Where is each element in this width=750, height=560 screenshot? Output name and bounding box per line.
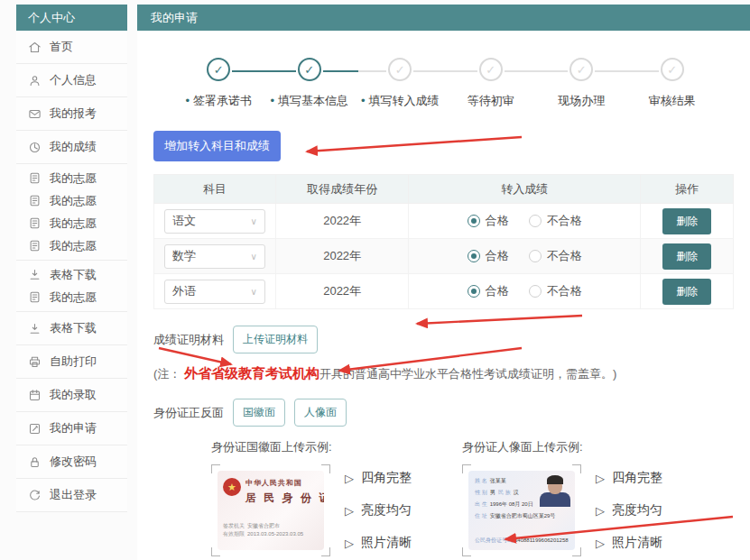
year-cell: 2022年 <box>275 239 409 274</box>
step-onsite-handling: ✓ 现场办理 <box>536 58 627 109</box>
content-body: ✓ •签署承诺书 ✓ •填写基本信息 ✓ •填写转入成绩 ✓ 等待初审 ✓ <box>137 58 750 560</box>
triangle-icon: ▷ <box>596 504 605 518</box>
radio-unselected-icon <box>529 285 542 298</box>
idcard-row: 身份证正反面 国徽面 人像面 <box>153 399 734 427</box>
sidebar-item-logout[interactable]: 退出登录 <box>16 479 127 512</box>
sidebar-item-change-password[interactable]: 修改密码 <box>16 445 127 479</box>
card-country-text: 中华人民共和国 <box>245 478 324 488</box>
radio-pass[interactable]: 合格 <box>468 248 509 264</box>
portrait-example-title: 身份证人像面上传示例: <box>462 439 726 455</box>
table-row: 数学∨ 2022年 合格 不合格 删除 <box>154 239 734 274</box>
step-sign-pledge: ✓ •签署承诺书 <box>173 58 264 109</box>
upload-proof-button[interactable]: 上传证明材料 <box>233 326 318 353</box>
step-bullet: • <box>361 94 366 107</box>
radio-fail[interactable]: 不合格 <box>529 248 582 264</box>
add-subject-button[interactable]: 增加转入科目和成绩 <box>153 131 281 161</box>
triangle-icon: ▷ <box>345 504 354 518</box>
sidebar-item-label: 个人信息 <box>50 72 97 88</box>
check-item: ▷四角完整 <box>345 470 412 486</box>
sidebar-item-label: 首页 <box>50 39 73 55</box>
chevron-down-icon: ∨ <box>251 287 257 297</box>
delete-button[interactable]: 删除 <box>662 279 711 305</box>
delete-button[interactable]: 删除 <box>662 208 711 234</box>
step-label: 现场办理 <box>558 93 605 109</box>
printer-icon <box>28 355 42 369</box>
calendar-icon <box>28 389 42 402</box>
sidebar-item-volunteer-1[interactable]: 我的志愿 <box>16 167 127 189</box>
radio-fail[interactable]: 不合格 <box>529 213 582 229</box>
sidebar-item-profile[interactable]: 个人信息 <box>16 64 127 97</box>
radio-pass[interactable]: 合格 <box>468 283 509 299</box>
sidebar-item-volunteer-2[interactable]: 我的志愿 <box>16 189 127 212</box>
stepper: ✓ •签署承诺书 ✓ •填写基本信息 ✓ •填写转入成绩 ✓ 等待初审 ✓ <box>173 58 718 109</box>
delete-button[interactable]: 删除 <box>662 243 711 270</box>
chevron-down-icon: ∨ <box>251 252 257 262</box>
emblem-card-frame: ★ 中华人民共和国 居 民 身 份 证 签发机关安徽省合肥市 有效期限2013.… <box>211 464 330 556</box>
emblem-example-column: 身份证国徽面上传示例: ★ 中华人民共和国 居 民 身 份 证 <box>211 439 475 556</box>
doc-icon <box>28 290 42 304</box>
sidebar-item-form-download-2[interactable]: 表格下载 <box>16 312 127 345</box>
sidebar-item-registration[interactable]: 我的报考 <box>16 97 127 131</box>
col-header-score: 转入成绩 <box>409 175 641 204</box>
sidebar-item-label: 修改密码 <box>50 454 97 470</box>
sidebar-item-label: 我的志愿 <box>50 170 97 187</box>
doc-icon <box>28 239 42 252</box>
radio-fail[interactable]: 不合格 <box>529 283 582 299</box>
idcard-label: 身份证正反面 <box>153 405 224 421</box>
sidebar-item-label: 我的成绩 <box>50 139 97 155</box>
radio-selected-icon <box>468 285 480 298</box>
check-item: ▷亮度均匀 <box>345 502 412 519</box>
sidebar-item-volunteer-4[interactable]: 我的志愿 <box>16 234 127 257</box>
note-text: (注： 外省省级教育考试机构开具的普通高中学业水平合格性考试成绩证明，需盖章。) <box>153 365 734 382</box>
doc-icon <box>28 194 42 207</box>
lock-icon <box>28 455 42 469</box>
step-bullet: • <box>270 94 274 107</box>
idcard-emblem-image: ★ 中华人民共和国 居 民 身 份 证 签发机关安徽省合肥市 有效期限2013.… <box>218 471 324 550</box>
portrait-side-button[interactable]: 人像面 <box>294 399 347 427</box>
emblem-side-button[interactable]: 国徽面 <box>233 399 285 427</box>
sidebar-item-home[interactable]: 首页 <box>16 31 127 64</box>
sidebar-item-label: 我的报考 <box>50 106 97 122</box>
check-item: ▷亮度均匀 <box>596 502 662 519</box>
sidebar-item-label: 我的志愿 <box>50 238 97 254</box>
sidebar-item-self-print[interactable]: 自助打印 <box>16 345 127 379</box>
portrait-example-column: 身份证人像面上传示例: 姓 名张某某 性 别男 民 族汉 出 生1996年 08… <box>462 439 726 556</box>
sidebar-item-volunteer-5[interactable]: 我的志愿 <box>16 286 127 308</box>
triangle-icon: ▷ <box>345 537 354 550</box>
sidebar-item-application[interactable]: 我的申请 <box>16 412 127 445</box>
sidebar-item-scores[interactable]: 我的成绩 <box>16 131 127 164</box>
sidebar-item-volunteer-3[interactable]: 我的志愿 <box>16 212 127 234</box>
sidebar-item-label: 我的志愿 <box>50 193 97 209</box>
step-check-icon: ✓ <box>661 58 684 81</box>
national-emblem-icon: ★ <box>223 478 241 496</box>
triangle-icon: ▷ <box>596 537 605 550</box>
sidebar-item-label: 我的志愿 <box>50 216 97 232</box>
doc-icon <box>28 171 42 185</box>
sidebar-item-admission[interactable]: 我的录取 <box>16 379 127 412</box>
step-label: 审核结果 <box>649 93 696 109</box>
step-label: •签署承诺书 <box>185 93 252 109</box>
card-type-text: 居 民 身 份 证 <box>245 491 324 506</box>
sidebar-group-volunteer: 我的志愿 我的志愿 我的志愿 我的志愿 <box>16 164 127 261</box>
subject-select[interactable]: 语文∨ <box>164 209 265 234</box>
step-check-icon: ✓ <box>479 58 503 81</box>
sidebar-item-form-download-1[interactable]: 表格下载 <box>16 263 127 286</box>
radio-pass[interactable]: 合格 <box>468 213 509 229</box>
sidebar-item-label: 我的志愿 <box>50 289 97 306</box>
sidebar-item-label: 我的录取 <box>50 387 97 403</box>
subject-select[interactable]: 外语∨ <box>164 280 265 304</box>
emblem-checklist: ▷四角完整 ▷亮度均匀 ▷照片清晰 <box>345 464 412 556</box>
sidebar-item-label: 自助打印 <box>50 353 97 370</box>
year-cell: 2022年 <box>275 204 409 239</box>
sidebar: 个人中心 首页 个人信息 我的报考 我的成绩 我的志愿 我的志愿 <box>16 5 127 512</box>
page: 个人中心 首页 个人信息 我的报考 我的成绩 我的志愿 我的志愿 <box>0 0 750 560</box>
score-icon <box>28 141 42 154</box>
subject-select[interactable]: 数学∨ <box>164 244 265 269</box>
step-label: •填写基本信息 <box>270 93 348 109</box>
emblem-example-title: 身份证国徽面上传示例: <box>211 439 475 455</box>
table-header-row: 科目 取得成绩年份 转入成绩 操作 <box>154 175 734 204</box>
step-transfer-scores: ✓ •填写转入成绩 <box>355 58 446 109</box>
main-content: 我的申请 ✓ •签署承诺书 ✓ •填写基本信息 ✓ •填写转入成绩 ✓ <box>137 5 750 560</box>
step-initial-review: ✓ 等待初审 <box>446 58 537 109</box>
sidebar-title: 个人中心 <box>16 5 127 31</box>
